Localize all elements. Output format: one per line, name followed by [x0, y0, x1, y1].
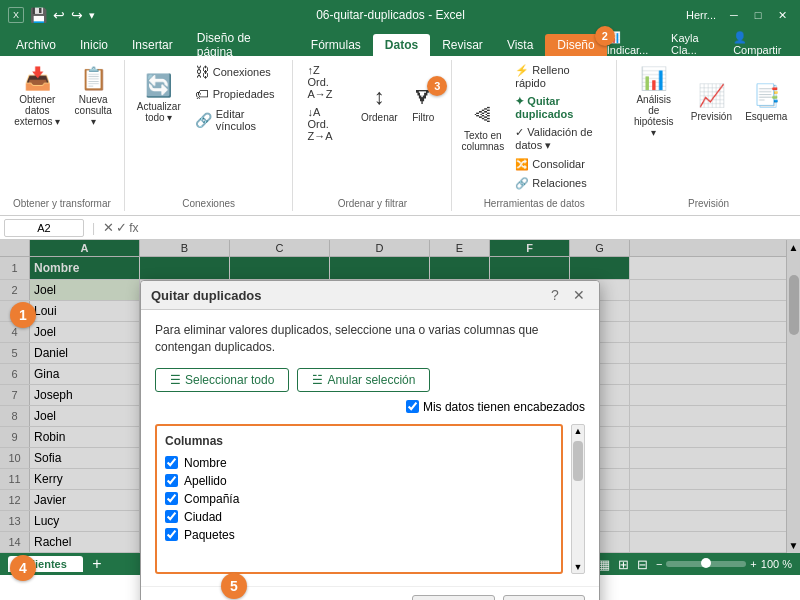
- btn-esquema[interactable]: 📑 Esquema: [741, 79, 792, 126]
- cell-reference[interactable]: [4, 219, 84, 237]
- btn-quitar-dup[interactable]: ✦ Quitar duplicados: [509, 93, 608, 122]
- save-icon[interactable]: 💾: [30, 7, 47, 23]
- col-checkbox-nombre[interactable]: [165, 456, 178, 469]
- maximize-button[interactable]: □: [748, 5, 768, 25]
- btn-prevision[interactable]: 📈 Previsión: [686, 79, 736, 126]
- zoom-slider-thumb[interactable]: [701, 558, 711, 568]
- zoom-out-icon[interactable]: −: [656, 558, 662, 570]
- btn-consolidar[interactable]: 🔀 Consolidar: [509, 156, 608, 173]
- dialog-body: Para eliminar valores duplicados, selecc…: [141, 310, 599, 586]
- group-label-sort: Ordenar y filtrar: [338, 194, 407, 209]
- btn-filtro[interactable]: ⛛ Filtro 3: [403, 80, 443, 127]
- tab-vista[interactable]: Vista: [495, 34, 545, 56]
- close-button[interactable]: ✕: [772, 5, 792, 25]
- col-item-nombre: Nombre: [165, 456, 553, 470]
- btn-ordenar[interactable]: ↕ Ordenar: [359, 80, 399, 127]
- btn-relaciones[interactable]: 🔗 Relaciones: [509, 175, 608, 192]
- col-scroll-down[interactable]: ▼: [573, 561, 584, 573]
- select-all-icon: ☰: [170, 373, 181, 387]
- col-checkbox-paquetes[interactable]: [165, 528, 178, 541]
- tab-diseno[interactable]: Diseño 2: [545, 34, 606, 56]
- share-button[interactable]: 👤 Compartir: [733, 31, 796, 56]
- group-connections: 🔄 Actualizartodo ▾ ⛓ Conexiones 🏷 Propie…: [125, 60, 294, 211]
- title-bar-left: X 💾 ↩ ↪ ▾: [8, 7, 95, 23]
- cancel-button[interactable]: Cancelar: [503, 595, 585, 600]
- col-item-ciudad: Ciudad: [165, 510, 553, 524]
- group-label-connections: Conexiones: [182, 194, 235, 209]
- ribbon-tabs: Archivo Inicio Insertar Diseño de página…: [0, 30, 800, 56]
- badge-2: 2: [595, 26, 615, 46]
- tab-inicio[interactable]: Inicio: [68, 34, 120, 56]
- columns-scrollbar[interactable]: ▲ ▼: [571, 424, 585, 574]
- analisis-icon: 📊: [640, 66, 667, 92]
- formula-confirm-icon[interactable]: ✓: [116, 220, 127, 235]
- tab-formulas[interactable]: Fórmulas: [299, 34, 373, 56]
- group-data-tools: ⫷ Texto encolumnas ⚡ Relleno rápido ✦ Qu…: [452, 60, 617, 211]
- obtener-datos-icon: 📥: [24, 66, 51, 92]
- unselect-icon: ☱: [312, 373, 323, 387]
- ordenar-icon: ↕: [374, 84, 385, 110]
- headers-checkbox-label[interactable]: Mis datos tienen encabezados: [406, 400, 585, 414]
- zoom-in-icon[interactable]: +: [750, 558, 756, 570]
- btn-actualizar[interactable]: 🔄 Actualizartodo ▾: [133, 69, 185, 127]
- tab-diseno-pagina[interactable]: Diseño de página: [185, 34, 299, 56]
- formula-input[interactable]: [142, 221, 796, 235]
- dialog-help-button[interactable]: ?: [545, 287, 565, 303]
- col-checkbox-compania[interactable]: [165, 492, 178, 505]
- tab-datos[interactable]: Datos: [373, 34, 430, 56]
- tab-insertar[interactable]: Insertar: [120, 34, 185, 56]
- btn-propiedades[interactable]: 🏷 Propiedades: [189, 84, 285, 104]
- texto-columnas-icon: ⫷: [472, 102, 494, 128]
- tab-revisar[interactable]: Revisar: [430, 34, 495, 56]
- redo-icon[interactable]: ↪: [71, 7, 83, 23]
- btn-texto-columnas[interactable]: ⫷ Texto encolumnas: [460, 98, 505, 156]
- esquema-icon: 📑: [753, 83, 780, 109]
- formula-icons: ✕ ✓ fx: [103, 220, 138, 235]
- formula-insert-icon[interactable]: fx: [129, 221, 138, 235]
- col-checkbox-apellido[interactable]: [165, 474, 178, 487]
- dialog-title: Quitar duplicados: [151, 288, 262, 303]
- headers-checkbox[interactable]: [406, 400, 419, 413]
- remove-duplicates-dialog: Quitar duplicados ? ✕ Para eliminar valo…: [140, 280, 600, 600]
- btn-editar-vinculos[interactable]: 🔗 Editar vínculos: [189, 106, 285, 134]
- group-forecast: 📊 Análisis dehipótesis ▾ 📈 Previsión 📑 E…: [617, 60, 800, 211]
- col-scroll-thumb[interactable]: [573, 441, 583, 481]
- col-checkbox-ciudad[interactable]: [165, 510, 178, 523]
- view-layout-icon[interactable]: ⊞: [618, 557, 629, 572]
- btn-obtener-datos[interactable]: 📥 Obtener datosexternos ▾: [8, 62, 67, 131]
- btn-sort-az[interactable]: ↑Z Ord. A→Z: [301, 62, 349, 102]
- unselect-button[interactable]: ☱ Anular selección: [297, 368, 430, 392]
- btn-validacion[interactable]: ✓ Validación de datos ▾: [509, 124, 608, 154]
- col-item-apellido: Apellido: [165, 474, 553, 488]
- columns-box: Columnas Nombre Apellido Compañía: [155, 424, 563, 574]
- sort-filter-buttons: ↑Z Ord. A→Z ↓A Ord. Z→A ↕ Ordenar ⛛ Filt…: [301, 62, 443, 144]
- prevision-icon: 📈: [698, 83, 725, 109]
- minimize-button[interactable]: ─: [724, 5, 744, 25]
- col-item-compania: Compañía: [165, 492, 553, 506]
- ribbon: 📥 Obtener datosexternos ▾ 📋 Nuevaconsult…: [0, 56, 800, 216]
- window-title: 06-quitar-duplicados - Excel: [95, 8, 686, 22]
- btn-conexiones[interactable]: ⛓ Conexiones: [189, 62, 285, 82]
- dialog-close-button[interactable]: ✕: [569, 287, 589, 303]
- title-bar-right: Herr... ─ □ ✕: [686, 5, 792, 25]
- btn-relleno-rapido[interactable]: ⚡ Relleno rápido: [509, 62, 608, 91]
- formula-divider: |: [88, 221, 99, 235]
- dialog-overlay: Quitar duplicados ? ✕ Para eliminar valo…: [0, 240, 800, 553]
- select-all-button[interactable]: ☰ Seleccionar todo: [155, 368, 289, 392]
- view-page-break-icon[interactable]: ⊟: [637, 557, 648, 572]
- btn-sort-za[interactable]: ↓A Ord. Z→A: [301, 104, 349, 144]
- zoom-slider[interactable]: [666, 561, 746, 567]
- dialog-title-bar: Quitar duplicados ? ✕: [141, 281, 599, 310]
- tab-archivo[interactable]: Archivo: [4, 34, 68, 56]
- excel-icon: X: [8, 7, 24, 23]
- ok-button[interactable]: Aceptar: [412, 595, 495, 600]
- formula-cancel-icon[interactable]: ✕: [103, 220, 114, 235]
- add-sheet-button[interactable]: +: [87, 554, 107, 574]
- btn-analisis[interactable]: 📊 Análisis dehipótesis ▾: [625, 62, 682, 142]
- connections-buttons: 🔄 Actualizartodo ▾ ⛓ Conexiones 🏷 Propie…: [133, 62, 285, 134]
- col-item-paquetes: Paquetes: [165, 528, 553, 542]
- undo-icon[interactable]: ↩: [53, 7, 65, 23]
- btn-nueva-consulta[interactable]: 📋 Nuevaconsulta ▾: [71, 62, 116, 131]
- user-label: Kayla Cla...: [671, 32, 725, 56]
- col-scroll-up[interactable]: ▲: [573, 425, 584, 437]
